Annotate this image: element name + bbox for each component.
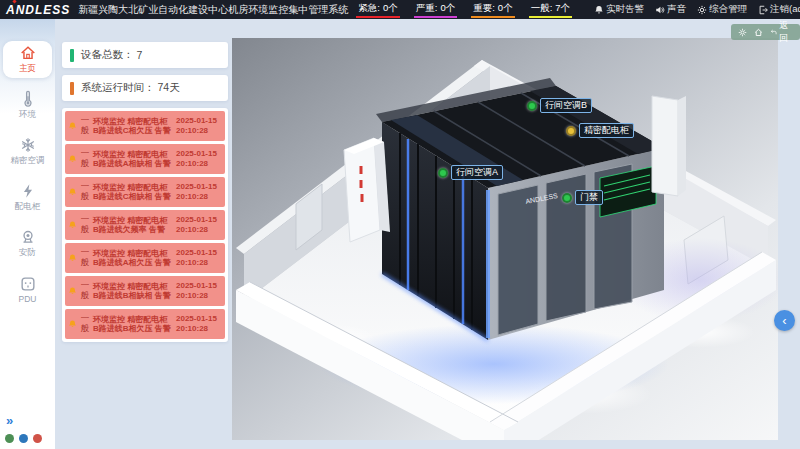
alarm-date: 2025-01-15 [176, 314, 217, 323]
camera-icon [19, 228, 37, 246]
room-3d-render[interactable]: ANDLESS [232, 38, 778, 440]
level-filter-important[interactable]: 重要: 0个 [471, 1, 514, 18]
alarm-timestamp: 2025-01-1520:10:28 [176, 182, 222, 202]
level-count: 0个 [383, 2, 398, 15]
stat-value: 74天 [158, 81, 180, 95]
action-label: 声音 [667, 3, 686, 16]
alarm-level: 一般 [80, 182, 90, 202]
room-3d-viewport[interactable]: ANDLESS [232, 38, 778, 440]
sidebar-item-label: 配电柜 [15, 201, 41, 213]
alarm-row[interactable]: 一般 环境监控 精密配电柜 B路进线A相欠压 告警 2025-01-1520:1… [65, 243, 225, 273]
level-count: 0个 [440, 2, 455, 15]
alarm-row[interactable]: 一般 环境监控 精密配电柜 B路进线C相缺相 告警 2025-01-1520:1… [65, 177, 225, 207]
home-icon [754, 28, 763, 37]
alarm-time: 20:10:28 [176, 225, 208, 234]
sidebar-item-environment[interactable]: 环境 [3, 87, 52, 124]
level-filter-severe[interactable]: 严重: 0个 [414, 1, 457, 18]
sidebar-item-security[interactable]: 安防 [3, 225, 52, 262]
scene-home-view-button[interactable] [754, 28, 763, 37]
level-filter-critical[interactable]: 紧急: 0个 [356, 1, 399, 18]
level-label: 紧急: [358, 2, 380, 15]
stat-uptime: 系统运行时间： 74天 [62, 75, 228, 101]
alarm-row[interactable]: 一般 环境监控 精密配电柜 B路进线B相缺相 告警 2025-01-1520:1… [65, 276, 225, 306]
device-label-text: 精密配电柜 [579, 123, 634, 138]
alarm-time: 20:10:28 [176, 258, 208, 267]
device-label-power-cabinet[interactable]: 精密配电柜 [566, 123, 634, 138]
expand-chevrons-icon[interactable]: » [6, 413, 55, 428]
sidebar-item-power-cabinet[interactable]: 配电柜 [3, 179, 52, 216]
sidebar-item-home[interactable]: 主页 [3, 41, 52, 78]
outlet-icon [19, 275, 37, 293]
sidebar-footer: » [0, 413, 55, 443]
status-dots [5, 434, 55, 443]
alarm-date: 2025-01-15 [176, 116, 217, 125]
device-label-text: 行间空调B [540, 98, 592, 113]
alarm-date: 2025-01-15 [176, 215, 217, 224]
level-label: 重要: [473, 2, 495, 15]
stat-label: 设备总数： [81, 48, 134, 62]
scene-settings-button[interactable] [738, 28, 747, 37]
alarm-message: 环境监控 精密配电柜 B路进线A相欠压 告警 [93, 249, 173, 268]
alarm-level: 一般 [80, 314, 90, 334]
status-dot-red[interactable] [33, 434, 42, 443]
lightning-icon [19, 182, 37, 200]
stat-value: 7 [137, 49, 143, 61]
alarm-level: 一般 [80, 281, 90, 301]
alarm-row[interactable]: 一般 环境监控 精密配电柜 B路进线欠频率 告警 2025-01-1520:10… [65, 210, 225, 240]
return-label: 返回 [779, 19, 793, 45]
device-label-text: 行间空调A [451, 165, 503, 180]
home-icon [19, 44, 37, 62]
alarm-list: 一般 环境监控 精密配电柜 B路进线C相欠压 告警 2025-01-1520:1… [62, 108, 228, 342]
sound-button[interactable]: 声音 [655, 3, 686, 16]
alarm-message: 环境监控 精密配电柜 B路进线C相缺相 告警 [93, 183, 173, 202]
alarm-timestamp: 2025-01-1520:10:28 [176, 215, 222, 235]
management-button[interactable]: 综合管理 [697, 3, 747, 16]
snowflake-icon [19, 136, 37, 154]
alarm-row[interactable]: 一般 环境监控 精密配电柜 B路进线B相欠压 告警 2025-01-1520:1… [65, 309, 225, 339]
level-count: 7个 [555, 2, 570, 15]
alarm-time: 20:10:28 [176, 291, 208, 300]
alarm-message: 环境监控 精密配电柜 B路进线A相缺相 告警 [93, 150, 173, 169]
thermometer-icon [19, 90, 37, 108]
app-root: ANDLESS 新疆兴陶大北矿业自动化建设中心机房环境监控集中管理系统 紧急: … [0, 0, 800, 449]
alarm-bell-icon [68, 286, 77, 296]
alarm-time: 20:10:28 [176, 159, 208, 168]
device-label-door-access[interactable]: 门禁 [562, 190, 603, 205]
status-dot-blue[interactable] [19, 434, 28, 443]
device-label-row-ac-a[interactable]: 行间空调A [438, 165, 503, 180]
realtime-alarm-button[interactable]: 实时告警 [594, 3, 644, 16]
alarm-timestamp: 2025-01-1520:10:28 [176, 248, 222, 268]
alarm-row[interactable]: 一般 环境监控 精密配电柜 B路进线C相欠压 告警 2025-01-1520:1… [65, 111, 225, 141]
level-filter-general[interactable]: 一般: 7个 [529, 1, 572, 18]
return-arrow-icon [770, 28, 777, 37]
alarm-date: 2025-01-15 [176, 149, 217, 158]
alarm-time: 20:10:28 [176, 192, 208, 201]
device-label-row-ac-b[interactable]: 行间空调B [527, 98, 592, 113]
alarm-bell-icon [68, 121, 77, 131]
alarm-timestamp: 2025-01-1520:10:28 [176, 281, 222, 301]
device-status-dot [566, 126, 576, 136]
sidebar-item-precision-ac[interactable]: 精密空调 [3, 133, 52, 170]
alarm-level: 一般 [80, 215, 90, 235]
alarm-level: 一般 [80, 116, 90, 136]
logout-button[interactable]: 注销(admin) [758, 3, 800, 16]
stat-label: 系统运行时间： [81, 81, 155, 95]
stat-device-total: 设备总数： 7 [62, 42, 228, 68]
level-label: 严重: [416, 2, 438, 15]
alarm-bell-icon [68, 319, 77, 329]
gear-icon [738, 28, 747, 37]
device-status-dot [527, 101, 537, 111]
status-dot-green[interactable] [5, 434, 14, 443]
alarm-level: 一般 [80, 248, 90, 268]
logout-icon [758, 5, 768, 15]
alarm-row[interactable]: 一般 环境监控 精密配电柜 B路进线A相缺相 告警 2025-01-1520:1… [65, 144, 225, 174]
sidebar-item-pdu[interactable]: PDU [3, 271, 52, 308]
alarm-level-filters: 紧急: 0个 严重: 0个 重要: 0个 一般: 7个 [356, 1, 572, 18]
scene-return-button[interactable]: 返回 [770, 19, 793, 45]
device-label-text: 门禁 [575, 190, 603, 205]
alarm-message: 环境监控 精密配电柜 B路进线欠频率 告警 [93, 216, 173, 235]
alarm-time: 20:10:28 [176, 324, 208, 333]
alarm-time: 20:10:28 [176, 126, 208, 135]
cabinet-red-label-marks [361, 166, 362, 202]
panel-collapse-button[interactable]: ‹ [774, 310, 795, 331]
